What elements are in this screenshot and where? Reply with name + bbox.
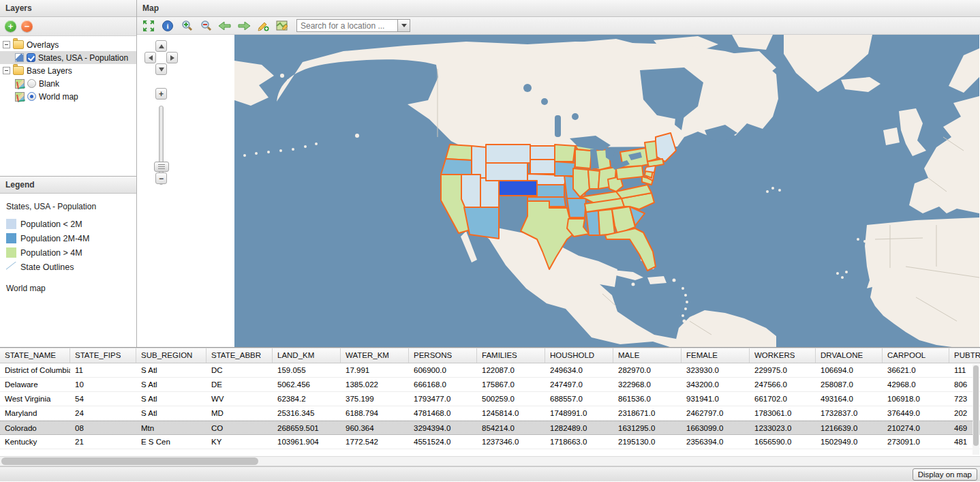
column-header-water_km[interactable]: WATER_KM [341,348,409,363]
draw-feature-button[interactable] [256,18,271,33]
table-cell: 25316.345 [273,406,341,420]
table-row[interactable]: West Virginia54S AtlWV62384.2375.1991793… [0,392,980,406]
table-cell: 106694.0 [816,363,883,377]
search-dropdown-trigger[interactable] [397,19,410,32]
pencil-add-icon [258,20,269,31]
map-viewport[interactable]: + − [137,35,980,347]
map-edit-icon [276,20,288,31]
table-cell: 854214.0 [477,421,545,434]
table-row[interactable]: District of Columbia11S AtlDC159.05517.9… [0,363,980,378]
max-extent-icon [143,20,154,31]
table-cell: 3294394.0 [409,421,477,434]
tree-node-overlays[interactable]: Overlays [0,38,136,51]
table-cell: 10 [70,378,136,391]
edit-map-button[interactable] [275,18,290,33]
legend-entry: Population 2M-4M [6,231,136,245]
legend-entries: Population < 2MPopulation 2M-4MPopulatio… [6,217,136,274]
tree-node-base-layers[interactable]: Base Layers [0,64,136,77]
zoom-out-button[interactable] [198,18,213,33]
grid-horizontal-scrollbar[interactable] [0,456,980,466]
collapse-icon[interactable] [3,67,10,74]
table-cell: 08 [70,421,136,434]
table-cell: 62384.2 [273,392,341,406]
column-header-female[interactable]: FEMALE [682,348,750,363]
column-header-drvalone[interactable]: DRVALONE [816,348,883,363]
table-cell: 249634.0 [545,363,613,377]
left-sidebar: Layers + − Overlays States, USA - P [0,0,137,347]
legend-label: Population < 2M [20,220,82,229]
table-row[interactable]: Colorado08MtnCO268659.501960.3643294394.… [0,421,980,435]
world-map[interactable] [234,35,979,347]
legend-color-swatch [6,219,16,229]
zoom-in-button[interactable] [179,18,194,33]
column-header-male[interactable]: MALE [613,348,682,363]
folder-icon [13,66,24,75]
arrow-right-icon [238,22,250,30]
legend-line-swatch [6,262,16,272]
table-cell: 2318671.0 [613,406,682,420]
column-header-pubtrans[interactable]: PUBTRANS [949,348,980,363]
table-cell: 175867.0 [477,378,545,391]
bottom-toolbar: Display on map [0,466,980,481]
table-cell: 1772.542 [341,435,409,449]
pan-left-button[interactable] [144,52,156,63]
table-cell: 1282489.0 [545,421,613,434]
table-cell: Delaware [0,378,70,391]
table-cell: S Atl [136,406,206,420]
tree-node-world-map[interactable]: World map [0,90,136,103]
zoom-in-step-button[interactable]: + [155,88,167,100]
pan-right-button[interactable] [166,52,178,63]
table-row[interactable]: Delaware10S AtlDE5062.4561385.022666168.… [0,378,980,392]
column-header-sub_region[interactable]: SUB_REGION [136,348,206,363]
identify-button[interactable]: i [160,18,175,33]
grid-header-row: STATE_NAMESTATE_FIPSSUB_REGIONSTATE_ABBR… [0,348,980,363]
table-cell: 17.991 [341,363,409,377]
column-header-state_name[interactable]: STATE_NAME [0,348,70,363]
add-layer-button[interactable]: + [5,20,16,32]
pan-up-button[interactable] [155,40,167,52]
column-header-workers[interactable]: WORKERS [750,348,816,363]
search-input[interactable] [296,19,397,32]
column-header-carpool[interactable]: CARPOOL [883,348,949,363]
pan-down-button[interactable] [155,63,167,75]
state-colorado-selected[interactable] [499,181,537,196]
grid-horizontal-scrollbar-thumb[interactable] [1,457,258,465]
column-header-state_abbr[interactable]: STATE_ABBR [206,348,273,363]
tree-node-states-layer[interactable]: States, USA - Population [0,51,136,64]
previous-extent-button[interactable] [217,18,232,33]
display-on-map-button[interactable]: Display on map [913,468,977,481]
table-cell: 1656590.0 [750,435,816,449]
grid-vertical-scrollbar[interactable] [973,364,979,455]
svg-text:i: i [166,22,168,30]
zoom-max-extent-button[interactable] [141,18,156,33]
table-cell: 282970.0 [613,363,682,377]
column-header-persons[interactable]: PERSONS [409,348,477,363]
table-row[interactable]: Kentucky21E S CenKY103961.9041772.542455… [0,435,980,449]
collapse-icon[interactable] [3,41,10,48]
blank-layer-radio[interactable] [27,79,36,88]
layers-panel-header: Layers [0,0,136,17]
tree-node-blank[interactable]: Blank [0,77,136,90]
zoom-out-icon [200,20,212,31]
folder-icon [13,40,24,49]
grid-vertical-scrollbar-thumb[interactable] [973,365,979,446]
table-cell: 375.199 [341,392,409,406]
next-extent-button[interactable] [236,18,251,33]
table-cell: 1732837.0 [816,406,883,420]
table-row[interactable]: Maryland24S AtlMD25316.3456188.794478146… [0,406,980,421]
table-cell: Maryland [0,406,70,420]
table-cell: 36621.0 [883,363,949,377]
zoom-slider-thumb[interactable] [154,162,169,172]
zoom-out-step-button[interactable]: − [155,172,167,184]
table-cell: 1216639.0 [816,421,883,434]
tree-node-label: World map [39,92,78,102]
world-map-radio[interactable] [27,92,36,101]
states-layer-checkbox[interactable] [27,53,35,62]
state-shape [446,145,472,160]
column-header-state_fips[interactable]: STATE_FIPS [70,348,136,363]
column-header-families[interactable]: FAMILIES [477,348,545,363]
remove-layer-button[interactable]: − [21,20,33,32]
legend-body: States, USA - Population Population < 2M… [0,194,136,347]
column-header-land_km[interactable]: LAND_KM [273,348,341,363]
column-header-houshold[interactable]: HOUSHOLD [545,348,613,363]
